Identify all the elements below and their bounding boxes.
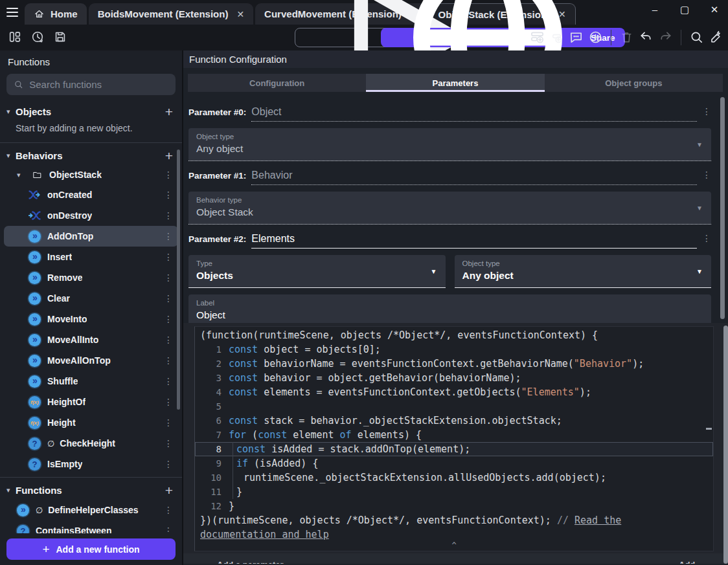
function-item-moveinto[interactable]: »MoveInto⋮: [0, 309, 182, 329]
minimize-button[interactable]: –: [648, 4, 662, 16]
function-item-insert[interactable]: »Insert⋮: [0, 247, 182, 267]
function-item-isempty[interactable]: ?IsEmpty⋮: [0, 454, 182, 474]
window-tab-home[interactable]: Home: [25, 3, 87, 25]
sidebar-scrollbar[interactable]: [177, 150, 180, 410]
add-circle-icon[interactable]: [587, 29, 604, 45]
kebab-menu-icon[interactable]: ⋮: [164, 397, 173, 407]
code-editor-scrollbar[interactable]: [723, 326, 728, 564]
behaviors-section-label: Behaviors: [16, 150, 63, 161]
parameter-0-name-input[interactable]: Object: [251, 106, 281, 117]
function-item-moveallinto[interactable]: »MoveAllInto⋮: [0, 329, 182, 350]
search-input[interactable]: [29, 79, 168, 90]
edit-spark-icon[interactable]: [708, 29, 724, 45]
objects-hint: Start by adding a new object.: [0, 121, 182, 140]
tab-configuration[interactable]: Configuration: [188, 74, 366, 92]
comment-icon[interactable]: [568, 29, 584, 45]
panels-icon[interactable]: [8, 30, 22, 44]
code-text: if (isAdded) {: [233, 456, 318, 471]
expand-caret[interactable]: ^: [451, 541, 456, 550]
save-icon[interactable]: [53, 30, 67, 44]
add-function-plus-button[interactable]: +: [165, 483, 173, 497]
kebab-menu-icon[interactable]: ⋮: [164, 190, 173, 200]
expression-icon: f(x): [28, 417, 41, 429]
add-subevent-icon: [549, 29, 565, 45]
search-box[interactable]: [6, 74, 176, 95]
function-item-containsbetween[interactable]: ?ContainsBetween⋮: [0, 520, 182, 533]
kebab-menu-icon[interactable]: ⋮: [164, 252, 173, 262]
function-item-oncreated[interactable]: onCreated⋮: [0, 184, 182, 205]
parameter-1-name-input[interactable]: Behavior: [251, 170, 292, 181]
function-name: MoveInto: [47, 314, 87, 324]
parameter-1-behavior-type-select[interactable]: Behavior type Object Stack ▼: [188, 192, 711, 225]
kebab-menu-icon[interactable]: ⋮: [164, 170, 173, 180]
code-token: for: [229, 429, 246, 441]
add-new-function-button[interactable]: + Add a new function: [6, 538, 176, 560]
lifecycle-created-icon: [28, 190, 41, 200]
kebab-menu-icon[interactable]: ⋮: [164, 438, 173, 449]
function-item-checkheight[interactable]: ?∅CheckHeight⋮: [0, 433, 182, 454]
function-item-height[interactable]: f(x)Height⋮: [0, 412, 182, 433]
function-item-shuffle[interactable]: »Shuffle⋮: [0, 371, 182, 392]
parameter-2-object-type-select[interactable]: Object type Any object ▼: [455, 255, 712, 288]
function-item-moveallontop[interactable]: »MoveAllOnTop⋮: [0, 350, 182, 371]
undo-icon[interactable]: [638, 29, 654, 45]
action-icon: »: [28, 251, 41, 263]
function-item-heightof[interactable]: f(x)HeightOf⋮: [0, 392, 182, 412]
overview-ruler-mark: [706, 428, 712, 430]
kebab-menu-icon[interactable]: ⋮: [702, 170, 711, 180]
function-name: CheckHeight: [60, 438, 115, 449]
kebab-menu-icon[interactable]: ⋮: [164, 231, 173, 241]
line-number: 5: [200, 399, 222, 414]
kebab-menu-icon[interactable]: ⋮: [702, 106, 711, 116]
code-token: //: [557, 513, 574, 527]
behaviors-section-header[interactable]: ▾ Behaviors +: [0, 146, 182, 165]
code-text: const elements = eventsFunctionContext.g…: [229, 385, 591, 399]
function-item-clear[interactable]: »Clear⋮: [0, 288, 182, 309]
window-tab-boidsmovement-extension-[interactable]: BoidsMovement (Extension)✕: [89, 3, 253, 25]
code-text: }: [229, 499, 234, 513]
kebab-menu-icon[interactable]: ⋮: [164, 459, 173, 469]
code-token: behavior = object.getBehavior(behaviorNa…: [258, 372, 521, 384]
functions-section-header[interactable]: ▾ Functions +: [0, 480, 182, 500]
parameter-2-name-input[interactable]: Elements: [251, 233, 295, 244]
divider: [0, 477, 182, 478]
code-text: const behavior = object.getBehavior(beha…: [229, 371, 521, 385]
toolbar-divider: [611, 30, 611, 45]
kebab-menu-icon[interactable]: ⋮: [164, 417, 173, 428]
function-item-definehelperclasses[interactable]: »∅DefineHelperClasses⋮: [0, 500, 182, 520]
function-item-addontop[interactable]: »AddOnTop⋮: [4, 226, 178, 247]
kebab-menu-icon[interactable]: ⋮: [702, 233, 711, 243]
add-event-icon[interactable]: [529, 29, 545, 45]
kebab-menu-icon[interactable]: ⋮: [164, 293, 173, 304]
tab-object-groups[interactable]: Object groups: [545, 74, 723, 92]
history-icon[interactable]: [30, 30, 45, 44]
behavior-folder-objectstack[interactable]: ▾ ObjectStack ⋮: [0, 165, 182, 184]
kebab-menu-icon[interactable]: ⋮: [164, 210, 173, 221]
code-text: const object = objects[0];: [229, 342, 381, 357]
code-footer-line-2: documentation and help: [195, 527, 713, 542]
parameter-0-object-type-select[interactable]: Object type Any object ▼: [188, 128, 711, 161]
kebab-menu-icon[interactable]: ⋮: [164, 376, 173, 386]
search-icon[interactable]: [688, 29, 705, 45]
javascript-code-editor[interactable]: (function(runtimeScene, objects /*Object…: [194, 326, 714, 551]
kebab-menu-icon[interactable]: ⋮: [164, 526, 173, 533]
kebab-menu-icon[interactable]: ⋮: [164, 355, 173, 366]
objects-section-header[interactable]: ▾ Objects +: [0, 102, 182, 121]
close-tab-icon[interactable]: ✕: [236, 9, 244, 19]
close-button[interactable]: ✕: [707, 4, 722, 16]
kebab-menu-icon[interactable]: ⋮: [164, 314, 173, 324]
add-object-button[interactable]: +: [165, 105, 173, 118]
code-line-3: 3const behavior = object.getBehavior(beh…: [195, 371, 713, 385]
maximize-button[interactable]: ▢: [677, 4, 692, 16]
parameter-2-type-select[interactable]: Type Objects ▼: [188, 255, 446, 288]
tab-parameters[interactable]: Parameters: [366, 74, 544, 92]
function-item-remove[interactable]: »Remove⋮: [0, 267, 182, 288]
parameters-scrollbar[interactable]: [720, 97, 725, 319]
kebab-menu-icon[interactable]: ⋮: [164, 335, 173, 345]
function-item-ondestroy[interactable]: onDestroy⋮: [0, 205, 182, 226]
kebab-menu-icon[interactable]: ⋮: [164, 505, 173, 515]
menu-icon[interactable]: [6, 8, 18, 17]
code-line-9: 9if (isAdded) {: [195, 456, 713, 471]
add-behavior-button[interactable]: +: [165, 149, 173, 162]
kebab-menu-icon[interactable]: ⋮: [164, 272, 173, 283]
